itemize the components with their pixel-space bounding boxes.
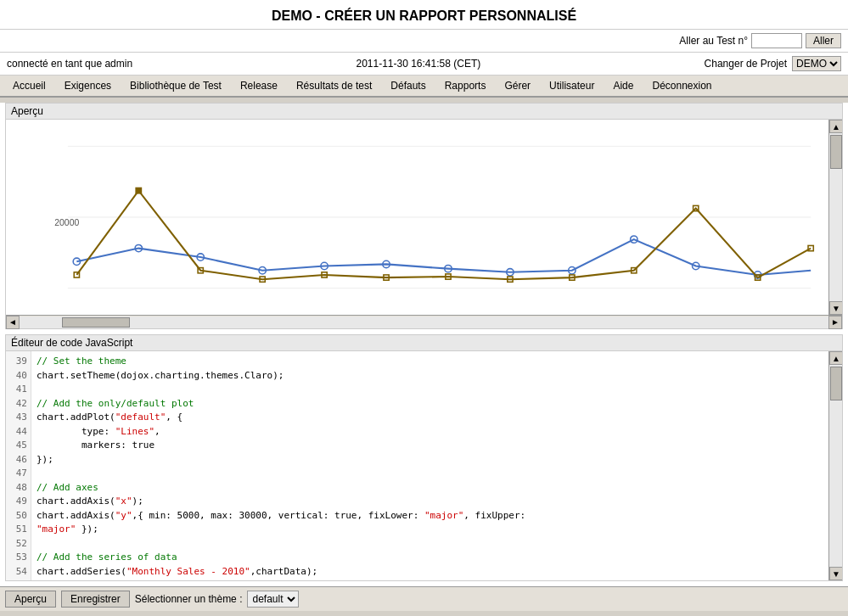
editor-scrollbar-vertical[interactable]: ▲ ▼ — [828, 351, 842, 580]
main-content: Aperçu 20000 — [0, 103, 848, 611]
editor-body: 39 40 41 42 43 44 45 46 47 48 49 50 51 5… — [6, 351, 842, 580]
code-content[interactable]: // Set the theme chart.setTheme(dojox.ch… — [31, 351, 842, 580]
nav-item-release[interactable]: Release — [231, 76, 287, 96]
project-label: Changer de Projet — [705, 58, 787, 70]
scroll-track-h[interactable] — [20, 316, 828, 328]
toolbar: Aller au Test n° Aller — [0, 30, 848, 53]
chart-area: 20000 — [6, 120, 842, 315]
editor-scroll-thumb[interactable] — [830, 367, 842, 400]
nav-item-rapports[interactable]: Rapports — [435, 76, 496, 96]
user-info: connecté en tant que admin — [7, 58, 132, 70]
chart-svg: 20000 — [6, 120, 828, 315]
apercu-title: Aperçu — [6, 104, 842, 120]
nav-item-aide[interactable]: Aide — [604, 76, 643, 96]
nav-bar: Accueil Exigences Bibliothèque de Test R… — [0, 76, 848, 98]
svg-text:20000: 20000 — [54, 218, 79, 227]
nav-item-defauts[interactable]: Défauts — [381, 76, 435, 96]
page-header: DEMO - CRÉER UN RAPPORT PERSONNALISÉ — [0, 0, 848, 30]
nav-item-utilisateur[interactable]: Utilisateur — [540, 76, 604, 96]
goto-button[interactable]: Aller — [806, 33, 841, 48]
svg-rect-17 — [136, 188, 141, 193]
chart-scrollbar-horizontal[interactable]: ◄ ► — [6, 315, 842, 328]
save-button[interactable]: Enregistrer — [61, 591, 130, 608]
footer-bar: Aperçu Enregistrer Sélectionner un thème… — [0, 586, 848, 611]
page-title: DEMO - CRÉER UN RAPPORT PERSONNALISÉ — [0, 8, 848, 24]
editor-scroll-track[interactable] — [829, 365, 842, 567]
editor-scroll-down-button[interactable]: ▼ — [829, 567, 842, 580]
nav-item-gerer[interactable]: Gérer — [495, 76, 540, 96]
editor-title: Éditeur de code JavaScript — [6, 335, 842, 351]
nav-item-deconnexion[interactable]: Déconnexion — [643, 76, 721, 96]
datetime: 2011-11-30 16:41:58 (CET) — [356, 58, 480, 70]
goto-input[interactable] — [751, 33, 802, 48]
nav-item-bibliotheque[interactable]: Bibliothèque de Test — [121, 76, 231, 96]
apercu-button[interactable]: Aperçu — [5, 591, 56, 608]
editor-section: Éditeur de code JavaScript 39 40 41 42 4… — [5, 334, 843, 581]
apercu-section: Aperçu 20000 — [5, 103, 843, 329]
scroll-up-button[interactable]: ▲ — [829, 120, 842, 133]
status-bar: connecté en tant que admin 2011-11-30 16… — [0, 53, 848, 76]
scroll-thumb-h[interactable] — [62, 317, 130, 328]
editor-scroll-up-button[interactable]: ▲ — [829, 351, 842, 365]
scroll-down-button[interactable]: ▼ — [829, 301, 842, 315]
nav-item-accueil[interactable]: Accueil — [3, 76, 55, 96]
chart-scrollbar-vertical[interactable]: ▲ ▼ — [828, 120, 842, 315]
theme-select[interactable]: default claro tundra soria nihilo — [247, 591, 299, 608]
scroll-track-v[interactable] — [829, 133, 842, 301]
line-numbers: 39 40 41 42 43 44 45 46 47 48 49 50 51 5… — [6, 351, 31, 580]
nav-item-exigences[interactable]: Exigences — [55, 76, 121, 96]
nav-item-resultats[interactable]: Résultats de test — [287, 76, 381, 96]
project-select[interactable]: DEMO — [792, 56, 841, 71]
project-selector: Changer de Projet DEMO — [705, 56, 841, 71]
theme-label: Sélectionner un thème : — [135, 593, 243, 605]
scroll-thumb-v[interactable] — [830, 135, 842, 169]
scroll-right-button[interactable]: ► — [828, 316, 842, 329]
goto-label: Aller au Test n° — [679, 35, 748, 47]
scroll-left-button[interactable]: ◄ — [6, 316, 20, 329]
